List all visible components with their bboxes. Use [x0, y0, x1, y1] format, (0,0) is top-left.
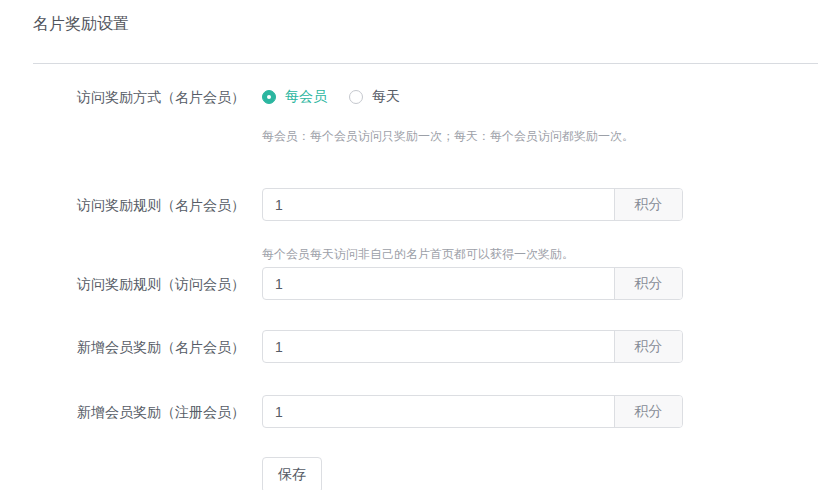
- new-member-register-input-group: 积分: [262, 395, 683, 428]
- visit-rule-visitor-label: 访问奖励规则（访问会员）: [33, 275, 245, 293]
- visit-rule-visitor-input[interactable]: [263, 268, 614, 299]
- visit-rule-card-input[interactable]: [263, 189, 614, 220]
- divider: [33, 63, 818, 64]
- new-member-card-input-group: 积分: [262, 330, 683, 363]
- radio-per-member-label: 每会员: [285, 88, 327, 106]
- visit-rule-visitor-input-group: 积分: [262, 267, 683, 300]
- form-row-visit-rule-card: 访问奖励规则（名片会员） 积分: [33, 188, 818, 221]
- visit-rule-card-label: 访问奖励规则（名片会员）: [33, 196, 245, 214]
- unit-addon: 积分: [614, 268, 682, 299]
- visit-rule-card-input-group: 积分: [262, 188, 683, 221]
- save-button[interactable]: 保存: [262, 457, 322, 490]
- card-reward-settings-page: 名片奖励设置 访问奖励方式（名片会员） 每会员 每天 每会员：每个会员访问只奖励…: [0, 0, 820, 490]
- radio-per-member[interactable]: 每会员: [262, 88, 327, 106]
- form-row-new-member-register: 新增会员奖励（注册会员） 积分: [33, 395, 818, 428]
- unit-addon: 积分: [614, 331, 682, 362]
- form-row-visit-rule-visitor: 访问奖励规则（访问会员） 积分: [33, 267, 818, 300]
- visit-mode-label: 访问奖励方式（名片会员）: [33, 88, 245, 106]
- page-title: 名片奖励设置: [33, 13, 818, 35]
- radio-per-day-label: 每天: [372, 88, 400, 106]
- radio-selected-icon: [262, 90, 276, 104]
- visit-mode-radio-group: 每会员 每天: [262, 88, 400, 106]
- visit-mode-helper-text: 每会员：每个会员访问只奖励一次；每天：每个会员访问都奖励一次。: [262, 128, 818, 144]
- save-row: 保存: [262, 457, 818, 490]
- new-member-card-label: 新增会员奖励（名片会员）: [33, 338, 245, 356]
- new-member-card-input[interactable]: [263, 331, 614, 362]
- form-row-visit-mode: 访问奖励方式（名片会员） 每会员 每天: [33, 88, 818, 106]
- new-member-register-input[interactable]: [263, 396, 614, 427]
- unit-addon: 积分: [614, 396, 682, 427]
- radio-unselected-icon: [349, 90, 363, 104]
- form-row-new-member-card: 新增会员奖励（名片会员） 积分: [33, 330, 818, 363]
- visit-rule-visitor-helper-text: 每个会员每天访问非自己的名片首页都可以获得一次奖励。: [262, 246, 818, 262]
- new-member-register-label: 新增会员奖励（注册会员）: [33, 403, 245, 421]
- unit-addon: 积分: [614, 189, 682, 220]
- radio-per-day[interactable]: 每天: [349, 88, 400, 106]
